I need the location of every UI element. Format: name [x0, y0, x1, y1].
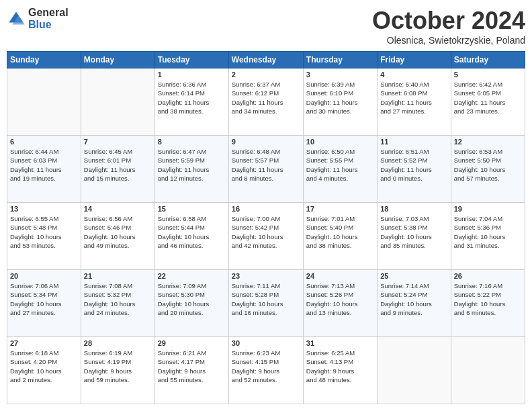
- main-title: October 2024: [372, 7, 525, 35]
- week-row-2: 6Sunrise: 6:44 AM Sunset: 6:03 PM Daylig…: [7, 136, 525, 203]
- cell-w5-d2: 28Sunrise: 6:19 AM Sunset: 4:19 PM Dayli…: [81, 337, 154, 404]
- logo-general: General: [28, 7, 69, 19]
- day-info-26: Sunrise: 7:16 AM Sunset: 5:22 PM Dayligh…: [454, 281, 522, 317]
- cell-w4-d3: 22Sunrise: 7:09 AM Sunset: 5:30 PM Dayli…: [154, 270, 228, 337]
- day-number-3: 3: [306, 71, 374, 79]
- cell-w5-d7: [451, 337, 525, 404]
- cell-w1-d1: [7, 68, 81, 136]
- day-number-24: 24: [306, 272, 374, 280]
- day-info-29: Sunrise: 6:21 AM Sunset: 4:17 PM Dayligh…: [158, 349, 226, 384]
- day-number-26: 26: [454, 272, 522, 280]
- day-info-16: Sunrise: 7:00 AM Sunset: 5:42 PM Dayligh…: [232, 214, 300, 250]
- week-row-5: 27Sunrise: 6:18 AM Sunset: 4:20 PM Dayli…: [7, 337, 525, 404]
- day-number-19: 19: [454, 205, 522, 213]
- day-info-27: Sunrise: 6:18 AM Sunset: 4:20 PM Dayligh…: [10, 349, 78, 384]
- day-info-3: Sunrise: 6:39 AM Sunset: 6:10 PM Dayligh…: [306, 80, 374, 116]
- logo-icon: [7, 9, 26, 28]
- day-number-11: 11: [380, 138, 447, 146]
- subtitle: Olesnica, Swietokrzyskie, Poland: [372, 35, 525, 46]
- page: General Blue October 2024 Olesnica, Swie…: [0, 0, 532, 411]
- day-number-23: 23: [232, 272, 300, 280]
- cell-w2-d2: 7Sunrise: 6:45 AM Sunset: 6:01 PM Daylig…: [81, 136, 154, 203]
- day-info-31: Sunrise: 6:25 AM Sunset: 4:13 PM Dayligh…: [306, 349, 374, 384]
- cell-w3-d2: 14Sunrise: 6:56 AM Sunset: 5:46 PM Dayli…: [81, 203, 154, 270]
- cell-w4-d5: 24Sunrise: 7:13 AM Sunset: 5:26 PM Dayli…: [303, 270, 377, 337]
- cell-w5-d4: 30Sunrise: 6:23 AM Sunset: 4:15 PM Dayli…: [228, 337, 303, 404]
- col-monday: Monday: [81, 52, 154, 68]
- cell-w3-d6: 18Sunrise: 7:03 AM Sunset: 5:38 PM Dayli…: [378, 203, 451, 270]
- day-number-25: 25: [380, 272, 447, 280]
- cell-w2-d6: 11Sunrise: 6:51 AM Sunset: 5:52 PM Dayli…: [378, 136, 451, 203]
- col-sunday: Sunday: [7, 52, 81, 68]
- cell-w5-d6: [378, 337, 451, 404]
- cell-w3-d5: 17Sunrise: 7:01 AM Sunset: 5:40 PM Dayli…: [303, 203, 377, 270]
- day-info-7: Sunrise: 6:45 AM Sunset: 6:01 PM Dayligh…: [84, 147, 152, 183]
- calendar-table: Sunday Monday Tuesday Wednesday Thursday…: [7, 51, 525, 404]
- cell-w1-d3: 1Sunrise: 6:36 AM Sunset: 6:14 PM Daylig…: [154, 68, 228, 136]
- day-info-24: Sunrise: 7:13 AM Sunset: 5:26 PM Dayligh…: [306, 281, 374, 317]
- day-info-11: Sunrise: 6:51 AM Sunset: 5:52 PM Dayligh…: [380, 147, 447, 183]
- day-info-6: Sunrise: 6:44 AM Sunset: 6:03 PM Dayligh…: [10, 147, 78, 183]
- day-number-31: 31: [306, 339, 374, 347]
- cell-w4-d2: 21Sunrise: 7:08 AM Sunset: 5:32 PM Dayli…: [81, 270, 154, 337]
- cell-w3-d4: 16Sunrise: 7:00 AM Sunset: 5:42 PM Dayli…: [228, 203, 303, 270]
- logo: General Blue: [7, 7, 69, 30]
- cell-w5-d5: 31Sunrise: 6:25 AM Sunset: 4:13 PM Dayli…: [303, 337, 377, 404]
- col-tuesday: Tuesday: [154, 52, 228, 68]
- day-info-18: Sunrise: 7:03 AM Sunset: 5:38 PM Dayligh…: [380, 214, 447, 250]
- day-number-10: 10: [306, 138, 374, 146]
- day-number-28: 28: [84, 339, 152, 347]
- cell-w2-d7: 12Sunrise: 6:53 AM Sunset: 5:50 PM Dayli…: [451, 136, 525, 203]
- cell-w4-d4: 23Sunrise: 7:11 AM Sunset: 5:28 PM Dayli…: [228, 270, 303, 337]
- cell-w2-d1: 6Sunrise: 6:44 AM Sunset: 6:03 PM Daylig…: [7, 136, 81, 203]
- day-number-21: 21: [84, 272, 152, 280]
- col-wednesday: Wednesday: [228, 52, 303, 68]
- header: General Blue October 2024 Olesnica, Swie…: [7, 7, 525, 46]
- day-info-17: Sunrise: 7:01 AM Sunset: 5:40 PM Dayligh…: [306, 214, 374, 250]
- title-area: October 2024 Olesnica, Swietokrzyskie, P…: [372, 7, 525, 46]
- day-number-8: 8: [158, 138, 226, 146]
- day-info-20: Sunrise: 7:06 AM Sunset: 5:34 PM Dayligh…: [10, 281, 78, 317]
- logo-text: General Blue: [28, 7, 69, 30]
- day-number-16: 16: [232, 205, 300, 213]
- day-number-22: 22: [158, 272, 226, 280]
- cell-w4-d7: 26Sunrise: 7:16 AM Sunset: 5:22 PM Dayli…: [451, 270, 525, 337]
- col-thursday: Thursday: [303, 52, 377, 68]
- day-info-12: Sunrise: 6:53 AM Sunset: 5:50 PM Dayligh…: [454, 147, 522, 183]
- day-info-22: Sunrise: 7:09 AM Sunset: 5:30 PM Dayligh…: [158, 281, 226, 317]
- day-number-7: 7: [84, 138, 152, 146]
- week-row-4: 20Sunrise: 7:06 AM Sunset: 5:34 PM Dayli…: [7, 270, 525, 337]
- cell-w5-d1: 27Sunrise: 6:18 AM Sunset: 4:20 PM Dayli…: [7, 337, 81, 404]
- cell-w3-d3: 15Sunrise: 6:58 AM Sunset: 5:44 PM Dayli…: [154, 203, 228, 270]
- day-info-19: Sunrise: 7:04 AM Sunset: 5:36 PM Dayligh…: [454, 214, 522, 250]
- day-number-13: 13: [10, 205, 78, 213]
- cell-w4-d1: 20Sunrise: 7:06 AM Sunset: 5:34 PM Dayli…: [7, 270, 81, 337]
- day-number-15: 15: [158, 205, 226, 213]
- day-info-21: Sunrise: 7:08 AM Sunset: 5:32 PM Dayligh…: [84, 281, 152, 317]
- day-number-18: 18: [380, 205, 447, 213]
- col-friday: Friday: [378, 52, 451, 68]
- day-number-4: 4: [380, 71, 447, 79]
- day-info-1: Sunrise: 6:36 AM Sunset: 6:14 PM Dayligh…: [158, 80, 226, 116]
- day-number-17: 17: [306, 205, 374, 213]
- day-info-30: Sunrise: 6:23 AM Sunset: 4:15 PM Dayligh…: [232, 349, 300, 384]
- cell-w1-d2: [81, 68, 154, 136]
- day-info-13: Sunrise: 6:55 AM Sunset: 5:48 PM Dayligh…: [10, 214, 78, 250]
- day-number-2: 2: [232, 71, 300, 79]
- cell-w2-d5: 10Sunrise: 6:50 AM Sunset: 5:55 PM Dayli…: [303, 136, 377, 203]
- day-info-8: Sunrise: 6:47 AM Sunset: 5:59 PM Dayligh…: [158, 147, 226, 183]
- day-info-14: Sunrise: 6:56 AM Sunset: 5:46 PM Dayligh…: [84, 214, 152, 250]
- cell-w3-d7: 19Sunrise: 7:04 AM Sunset: 5:36 PM Dayli…: [451, 203, 525, 270]
- cell-w1-d4: 2Sunrise: 6:37 AM Sunset: 6:12 PM Daylig…: [228, 68, 303, 136]
- day-info-4: Sunrise: 6:40 AM Sunset: 6:08 PM Dayligh…: [380, 80, 447, 116]
- logo-blue: Blue: [28, 19, 69, 31]
- day-number-20: 20: [10, 272, 78, 280]
- day-number-1: 1: [158, 71, 226, 79]
- day-number-9: 9: [232, 138, 300, 146]
- day-info-9: Sunrise: 6:48 AM Sunset: 5:57 PM Dayligh…: [232, 147, 300, 183]
- cell-w4-d6: 25Sunrise: 7:14 AM Sunset: 5:24 PM Dayli…: [378, 270, 451, 337]
- day-info-5: Sunrise: 6:42 AM Sunset: 6:05 PM Dayligh…: [454, 80, 522, 116]
- col-saturday: Saturday: [451, 52, 525, 68]
- header-row: Sunday Monday Tuesday Wednesday Thursday…: [7, 52, 525, 68]
- day-number-5: 5: [454, 71, 522, 79]
